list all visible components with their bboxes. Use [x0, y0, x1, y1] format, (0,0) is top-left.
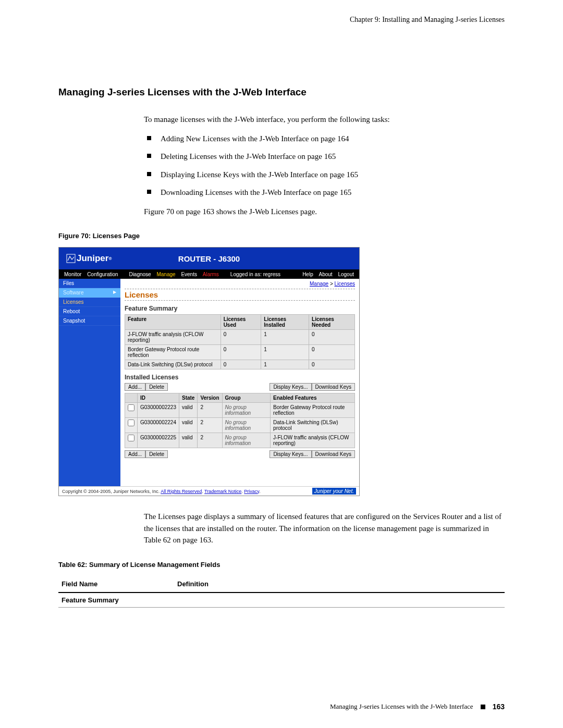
logged-in-label: Logged in as: regress [230, 272, 280, 277]
jweb-main: Manage > Licenses Licenses Feature Summa… [120, 279, 359, 486]
table-row: G03000002225 valid 2 No group informatio… [125, 433, 355, 448]
breadcrumb-manage-link[interactable]: Manage [310, 281, 328, 287]
jweb-topbar: Juniper® ROUTER - J6300 [59, 248, 359, 269]
col-enabled-features: Enabled Features [271, 393, 355, 403]
installed-licenses-table: ID State Version Group Enabled Features … [125, 393, 355, 448]
link-rights[interactable]: All Rights Reserved [161, 489, 202, 494]
link-privacy[interactable]: Privacy [244, 489, 259, 494]
jweb-page-title: Licenses [125, 289, 355, 301]
task-item: Downloading Licenses with the J-Web Inte… [144, 187, 505, 199]
tab-monitor[interactable]: Monitor [64, 272, 81, 277]
col-definition: Definition [174, 576, 505, 593]
after-figure-paragraph: The Licenses page displays a summary of … [144, 511, 505, 546]
row-checkbox[interactable] [128, 404, 134, 411]
copyright-text: Copyright © 2004-2005, Juniper Networks,… [62, 489, 161, 494]
delete-button[interactable]: Delete [145, 383, 168, 391]
add-button[interactable]: Add... [125, 383, 145, 391]
task-list: Adding New Licenses with the J-Web Inter… [144, 133, 505, 199]
table-row: G03000002224 valid 2 No group informatio… [125, 418, 355, 433]
tab-alarms[interactable]: Alarms [203, 272, 219, 277]
table-row: J-FLOW traffic analysis (CFLOW reporting… [125, 330, 355, 345]
jweb-footer: Copyright © 2004-2005, Juniper Networks,… [59, 486, 359, 496]
link-trademark[interactable]: Trademark Notice [204, 489, 241, 494]
feature-summary-table: Feature Licenses Used Licenses Installed… [125, 314, 355, 369]
task-item: Adding New Licenses with the J-Web Inter… [144, 133, 505, 145]
slogan: Juniper your Net. [312, 488, 356, 495]
link-logout[interactable]: Logout [338, 272, 354, 277]
download-keys-button[interactable]: Download Keys [312, 383, 355, 391]
col-installed: Licenses Installed [261, 315, 309, 330]
col-used: Licenses Used [221, 315, 261, 330]
tab-configuration[interactable]: Configuration [87, 272, 118, 277]
sidebar-item-software[interactable]: Software [59, 288, 120, 298]
table-row: G03000002223 valid 2 No group informatio… [125, 403, 355, 418]
tab-diagnose[interactable]: Diagnose [129, 272, 151, 277]
page-footer-text: Managing J-series Licenses with the J-We… [330, 702, 473, 711]
router-title: ROUTER - J6300 [178, 254, 240, 263]
breadcrumb: Manage > Licenses [125, 281, 355, 287]
intro-paragraph: To manage licenses with the J-Web interf… [144, 114, 505, 126]
sidebar-item-snapshot[interactable]: Snapshot [59, 316, 120, 326]
col-checkbox [125, 393, 138, 403]
col-state: State [179, 393, 197, 403]
sidebar-item-files[interactable]: Files [59, 279, 120, 288]
page-footer: Managing J-series Licenses with the J-We… [330, 702, 505, 711]
add-button[interactable]: Add... [125, 450, 145, 458]
feature-summary-heading: Feature Summary [125, 305, 355, 312]
jweb-menubar: Monitor Configuration Diagnose Manage Ev… [59, 269, 359, 279]
figure-caption: Figure 70: Licenses Page [58, 232, 505, 240]
page-number: 163 [493, 702, 505, 711]
task-item: Displaying License Keys with the J-Web I… [144, 169, 505, 181]
display-keys-button[interactable]: Display Keys... [270, 383, 311, 391]
col-feature: Feature [125, 315, 221, 330]
sidebar-item-reboot[interactable]: Reboot [59, 307, 120, 316]
col-id: ID [138, 393, 179, 403]
download-keys-button[interactable]: Download Keys [312, 450, 355, 458]
row-checkbox[interactable] [128, 435, 134, 441]
col-needed: Licenses Needed [309, 315, 355, 330]
fields-table: Field Name Definition Feature Summary [58, 576, 505, 608]
installed-licenses-heading: Installed Licenses [125, 374, 355, 381]
jweb-screenshot: Juniper® ROUTER - J6300 Monitor Configur… [58, 247, 360, 496]
table-row: Data-Link Switching (DLSw) protocol 0 1 … [125, 360, 355, 369]
section-title: Managing J-series Licenses with the J-We… [58, 87, 505, 98]
table-row: Feature Summary [58, 593, 505, 608]
row-checkbox[interactable] [128, 419, 134, 426]
breadcrumb-licenses-link[interactable]: Licenses [335, 281, 355, 287]
table-row: Border Gateway Protocol route reflection… [125, 345, 355, 360]
table-caption: Table 62: Summary of License Management … [58, 561, 505, 569]
juniper-logo: Juniper® [66, 253, 112, 264]
tab-events[interactable]: Events [181, 272, 197, 277]
col-field-name: Field Name [58, 576, 174, 593]
task-item: Deleting Licenses with the J-Web Interfa… [144, 151, 505, 163]
figure-reference: Figure 70 on page 163 shows the J-Web Li… [144, 206, 505, 218]
square-marker-icon [481, 705, 485, 709]
jweb-sidebar: Files Software Licenses Reboot Snapshot [59, 279, 120, 486]
tab-manage[interactable]: Manage [156, 272, 175, 277]
display-keys-button[interactable]: Display Keys... [270, 450, 311, 458]
col-version: Version [198, 393, 222, 403]
delete-button[interactable]: Delete [145, 450, 168, 458]
chapter-header: Chapter 9: Installing and Managing J-ser… [58, 16, 505, 24]
sidebar-item-licenses[interactable]: Licenses [59, 298, 120, 307]
link-about[interactable]: About [319, 272, 332, 277]
link-help[interactable]: Help [302, 272, 313, 277]
col-group: Group [222, 393, 271, 403]
